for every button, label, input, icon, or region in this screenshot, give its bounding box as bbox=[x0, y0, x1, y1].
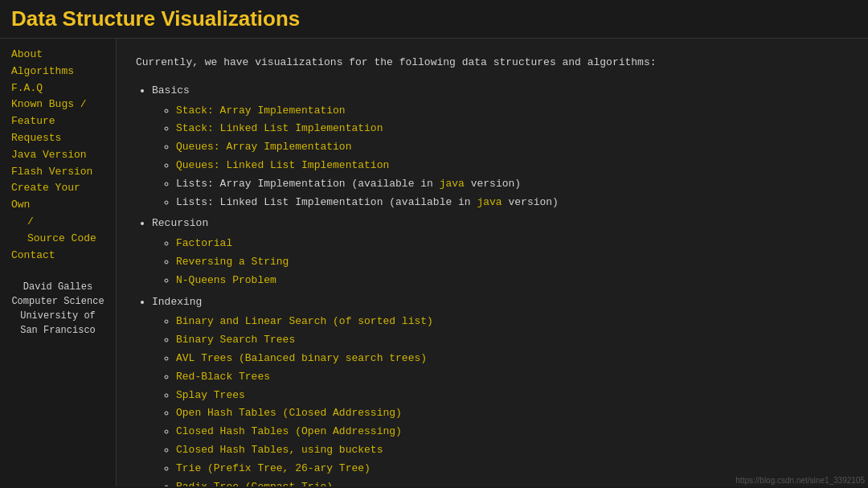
main-content: Currently, we have visualizations for th… bbox=[117, 39, 868, 486]
sidebar-item-java-version[interactable]: Java Version bbox=[11, 147, 104, 164]
section-basics: Basics Stack: Array Implementation Stack… bbox=[152, 83, 849, 211]
page-title: Data Structure Visualizations bbox=[11, 6, 857, 31]
list-item: AVL Trees (Balanced binary search trees) bbox=[176, 351, 849, 367]
attribution-uni1: University of bbox=[11, 309, 104, 323]
attribution: David Galles Computer Science University… bbox=[11, 280, 104, 338]
list-item: Closed Hash Tables (Open Addressing) bbox=[176, 424, 849, 441]
list-item: Splay Trees bbox=[176, 388, 849, 404]
attribution-uni2: San Francisco bbox=[11, 323, 104, 338]
sidebar-item-known-bugs[interactable]: Known Bugs / bbox=[11, 96, 104, 113]
sidebar-item-slash[interactable]: / bbox=[11, 214, 104, 231]
recursion-sub-list: Factorial Reversing a String N-Queens Pr… bbox=[152, 236, 849, 289]
basics-sub-list: Stack: Array Implementation Stack: Linke… bbox=[152, 103, 849, 211]
sidebar-item-faq[interactable]: F.A.Q bbox=[11, 80, 104, 97]
indexing-sub-list: Binary and Linear Search (of sorted list… bbox=[152, 314, 849, 486]
list-item: Binary and Linear Search (of sorted list… bbox=[176, 314, 849, 330]
list-item: N-Queens Problem bbox=[176, 273, 849, 289]
list-item: Open Hash Tables (Closed Addressing) bbox=[176, 405, 849, 422]
sidebar-item-feature[interactable]: Feature bbox=[11, 113, 104, 130]
list-item: Trie (Prefix Tree, 26-ary Tree) bbox=[176, 461, 849, 478]
attribution-dept: Computer Science bbox=[11, 294, 104, 309]
section-indexing: Indexing Binary and Linear Search (of so… bbox=[152, 294, 849, 486]
list-item: Red-Black Trees bbox=[176, 369, 849, 386]
list-item: Lists: Array Implementation (available i… bbox=[176, 176, 849, 193]
sidebar-item-source-code[interactable]: Source Code bbox=[11, 231, 104, 248]
list-item: Queues: Array Implementation bbox=[176, 139, 849, 156]
list-item: Binary Search Trees bbox=[176, 332, 849, 349]
list-item: Stack: Array Implementation bbox=[176, 103, 849, 120]
intro-text: Currently, we have visualizations for th… bbox=[136, 55, 849, 72]
list-item: Reversing a String bbox=[176, 254, 849, 271]
sections-list: Basics Stack: Array Implementation Stack… bbox=[136, 83, 849, 486]
list-item: Stack: Linked List Implementation bbox=[176, 121, 849, 137]
list-item: Factorial bbox=[176, 236, 849, 252]
sidebar-item-requests[interactable]: Requests bbox=[11, 130, 104, 147]
sidebar-item-about[interactable]: About bbox=[11, 47, 104, 64]
list-item: Lists: Linked List Implementation (avail… bbox=[176, 195, 849, 211]
attribution-name: David Galles bbox=[11, 280, 104, 294]
watermark: https://blog.csdn.net/sine1_3392105 bbox=[735, 476, 865, 485]
sidebar: About Algorithms F.A.Q Known Bugs / Feat… bbox=[0, 39, 117, 486]
section-recursion: Recursion Factorial Reversing a String N… bbox=[152, 215, 849, 289]
sidebar-item-flash-version[interactable]: Flash Version bbox=[11, 164, 104, 181]
list-item: Queues: Linked List Implementation bbox=[176, 158, 849, 174]
list-item: Closed Hash Tables, using buckets bbox=[176, 442, 849, 459]
sidebar-item-algorithms[interactable]: Algorithms bbox=[11, 64, 104, 80]
sidebar-item-create-own[interactable]: Create Your Own bbox=[11, 180, 104, 214]
sidebar-item-contact[interactable]: Contact bbox=[11, 248, 104, 265]
